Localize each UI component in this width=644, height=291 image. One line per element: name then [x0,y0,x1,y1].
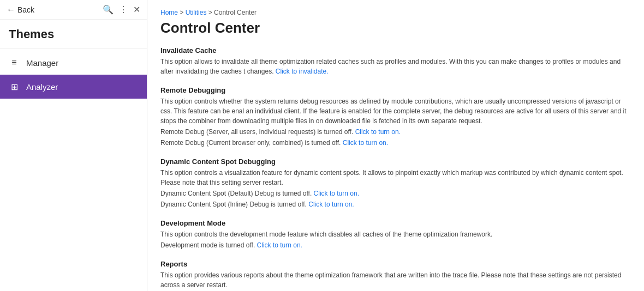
back-arrow-icon: ← [7,5,15,15]
status-line-development-mode-0: Development mode is turned off. Click to… [160,240,631,250]
section-remote-debugging: Remote DebuggingThis option controls whe… [160,86,631,148]
back-label: Back [17,5,34,14]
sidebar-item-label-manager: Manager [26,58,58,68]
page-title: Control Center [160,20,631,37]
section-title-invalidate-cache: Invalidate Cache [160,46,631,54]
breadcrumb-utilities[interactable]: Utilities [186,9,207,16]
section-title-reports: Reports [160,260,631,268]
sidebar-nav: ≡Manager⊞Analyzer [0,51,147,99]
section-desc-development-mode: This option controls the development mod… [160,229,631,239]
sidebar-item-analyzer[interactable]: ⊞Analyzer [0,75,147,99]
sidebar-item-label-analyzer: Analyzer [26,82,58,92]
breadcrumb: Home > Utilities > Control Center [160,9,631,16]
click-link-remote-debugging-1[interactable]: Click to turn on. [343,139,388,147]
click-link-dynamic-content-spot-debugging-1[interactable]: Click to turn on. [308,201,354,208]
breadcrumb-sep1: > [178,9,186,16]
section-reports: ReportsThis option provides various repo… [160,260,631,290]
section-invalidate-cache: Invalidate CacheThis option allows to in… [160,46,631,76]
sidebar: ← Back 🔍 ⋮ ✕ Themes ≡Manager⊞Analyzer [0,0,147,291]
breadcrumb-home[interactable]: Home [160,9,178,16]
close-icon[interactable]: ✕ [133,4,140,15]
click-link-development-mode-0[interactable]: Click to turn on. [257,241,302,249]
sidebar-title: Themes [0,20,147,48]
status-line-remote-debugging-0: Remote Debug (Server, all users, individ… [160,127,631,137]
status-line-dynamic-content-spot-debugging-0: Dynamic Content Spot (Default) Debug is … [160,189,631,198]
main-content: Home > Utilities > Control Center Contro… [147,0,644,291]
section-title-remote-debugging: Remote Debugging [160,86,631,94]
status-line-remote-debugging-1: Remote Debug (Current browser only, comb… [160,138,631,148]
breadcrumb-sep2: > [206,9,214,16]
section-title-dynamic-content-spot-debugging: Dynamic Content Spot Debugging [160,157,631,166]
section-development-mode: Development ModeThis option controls the… [160,219,631,250]
invalidate-link[interactable]: Click to invalidate. [276,68,329,75]
breadcrumb-current: Control Center [214,9,257,16]
click-link-remote-debugging-0[interactable]: Click to turn on. [355,128,401,136]
section-desc-remote-debugging: This option controls whether the system … [160,96,631,126]
sidebar-icons: 🔍 ⋮ ✕ [103,4,140,15]
sidebar-item-manager[interactable]: ≡Manager [0,51,147,75]
sections-container: Invalidate CacheThis option allows to in… [160,46,631,291]
section-desc-dynamic-content-spot-debugging: This option controls a visualization fea… [160,168,631,187]
section-desc-reports: This option provides various reports abo… [160,270,631,290]
section-dynamic-content-spot-debugging: Dynamic Content Spot DebuggingThis optio… [160,157,631,209]
status-line-dynamic-content-spot-debugging-1: Dynamic Content Spot (Inline) Debug is t… [160,199,631,209]
sidebar-header: ← Back 🔍 ⋮ ✕ [0,0,147,20]
analyzer-icon: ⊞ [9,81,20,92]
manager-icon: ≡ [9,57,20,68]
more-icon[interactable]: ⋮ [119,4,128,15]
section-title-development-mode: Development Mode [160,219,631,227]
back-button[interactable]: ← Back [7,5,34,15]
section-desc-invalidate-cache: This option allows to invalidate all the… [160,57,631,76]
click-link-dynamic-content-spot-debugging-0[interactable]: Click to turn on. [314,190,359,197]
search-icon[interactable]: 🔍 [103,4,114,15]
